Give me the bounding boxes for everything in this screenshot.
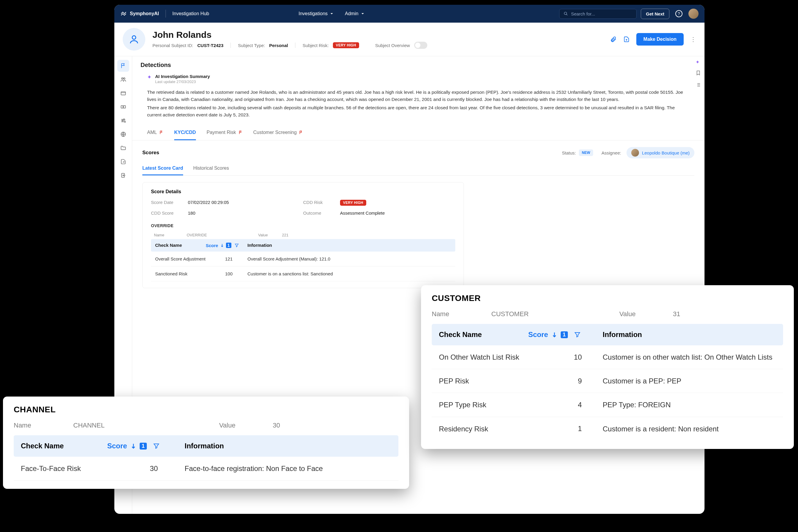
tab-screening[interactable]: Customer Screening — [253, 126, 303, 140]
cell-info: Customer is on other watch list: On Othe… — [603, 353, 776, 362]
search-input[interactable] — [571, 11, 632, 16]
help-icon[interactable]: ? — [675, 10, 682, 17]
sort-down-icon — [220, 243, 224, 247]
sort-badge: 1 — [561, 331, 568, 338]
table-row: PEP Type Risk4PEP Type: FOREIGN — [432, 393, 783, 417]
chevron-down-icon — [330, 12, 334, 16]
tab-kyc[interactable]: KYC/CDD — [174, 126, 196, 140]
sidebar-money[interactable] — [117, 101, 129, 113]
svg-point-2 — [121, 78, 123, 79]
overview-toggle[interactable] — [414, 42, 427, 49]
assignee-avatar — [631, 149, 639, 157]
cdd-score-label: CDD Score — [151, 210, 181, 215]
make-decision-button[interactable]: Make Decision — [636, 33, 684, 45]
channel-table-header: Check Name Score1 Information — [14, 435, 398, 457]
svg-point-7 — [123, 119, 124, 120]
cell-info: Face-to-face registration: Non Face to F… — [185, 464, 391, 473]
flag-icon — [120, 63, 126, 69]
sidebar-globe[interactable] — [117, 128, 129, 140]
tab-aml[interactable]: AML — [147, 126, 164, 140]
id-value: CUST-T2423 — [197, 43, 224, 48]
mini-name-value: CHANNEL — [73, 421, 219, 429]
section-title: Detections — [140, 62, 171, 69]
brand-logo[interactable]: SymphonyAI — [120, 11, 159, 17]
col-score[interactable]: Score1 — [206, 243, 247, 248]
customer-mini-header: Name CUSTOMER Value 31 — [432, 310, 783, 318]
mini-value-label: Value — [619, 310, 673, 318]
sparkle-icon[interactable]: ✦ — [696, 59, 701, 65]
more-menu-icon[interactable]: ⋮ — [690, 36, 696, 43]
sidebar-detections[interactable] — [117, 60, 129, 72]
subject-header: John Rolands Personal Subject ID: CUST-T… — [114, 23, 704, 56]
subject-name: John Rolands — [152, 30, 427, 40]
cell-check: Overall Score Adjustment — [155, 256, 206, 261]
assignee-chip[interactable]: Leopoldo Boutique (me) — [626, 147, 695, 158]
subject-avatar — [123, 28, 145, 51]
cell-info: PEP Type: FOREIGN — [603, 400, 776, 409]
ai-updated: Last update 27/03/2023 — [155, 79, 210, 84]
brand-text: SymphonyAI — [130, 11, 159, 16]
filter-icon[interactable] — [574, 331, 581, 338]
sidebar-settings[interactable] — [117, 115, 129, 127]
col-score[interactable]: Score1 — [107, 442, 185, 450]
sort-badge: 1 — [226, 243, 231, 248]
filter-icon[interactable] — [153, 442, 160, 450]
document-add-icon[interactable] — [623, 36, 630, 42]
svg-point-12 — [123, 175, 124, 176]
cdd-risk-label: CDD Risk — [303, 200, 333, 206]
sidebar-card[interactable] — [117, 87, 129, 99]
col-score[interactable]: Score1 — [528, 330, 603, 339]
customer-title: CUSTOMER — [432, 293, 783, 303]
mini-name-label: Name — [432, 310, 491, 318]
mini-value-label: Value — [258, 233, 282, 237]
nav-admin[interactable]: Admin — [345, 11, 364, 16]
col-check[interactable]: Check Name — [155, 243, 206, 248]
flag-icon — [299, 130, 303, 135]
bookmark-icon[interactable] — [696, 70, 701, 77]
table-row: On Other Watch List Risk10Customer is on… — [432, 345, 783, 369]
search-box[interactable] — [559, 9, 636, 19]
topbar: SymphonyAI Investigation Hub Investigati… — [114, 5, 704, 23]
col-info[interactable]: Information — [247, 243, 451, 248]
sparkle-icon: ✦ — [147, 74, 152, 80]
list-icon[interactable] — [696, 82, 701, 89]
channel-card: CHANNEL Name CHANNEL Value 30 Check Name… — [3, 397, 409, 489]
nav-investigations-label: Investigations — [298, 11, 327, 16]
sidebar-folder[interactable] — [117, 142, 129, 154]
col-info[interactable]: Information — [185, 442, 391, 450]
cell-score: 10 — [528, 353, 603, 361]
col-info[interactable]: Information — [603, 330, 776, 339]
mini-name-label: Name — [154, 233, 187, 237]
cell-score: 9 — [528, 377, 603, 385]
cell-score: 30 — [107, 464, 185, 473]
mini-name-label: Name — [14, 421, 73, 429]
subtab-latest[interactable]: Latest Score Card — [142, 162, 183, 175]
subject-meta: Personal Subject ID: CUST-T2423 Subject … — [152, 42, 427, 49]
scores-area: Scores Status: NEW Assignee: Leopoldo Bo… — [132, 140, 704, 295]
col-score-label: Score — [107, 442, 127, 450]
nav-investigations[interactable]: Investigations — [298, 11, 334, 16]
col-check[interactable]: Check Name — [439, 330, 528, 339]
cell-check: PEP Type Risk — [439, 400, 528, 409]
person-icon — [129, 34, 139, 45]
svg-rect-5 — [121, 106, 125, 108]
col-check[interactable]: Check Name — [21, 442, 107, 450]
export-icon — [120, 159, 126, 165]
attachment-icon[interactable] — [610, 36, 617, 42]
override-mini-header: Name OVERRIDE Value 221 — [151, 231, 455, 239]
sidebar-people[interactable] — [117, 74, 129, 86]
tab-screening-label: Customer Screening — [253, 130, 297, 135]
customer-card: CUSTOMER Name CUSTOMER Value 31 Check Na… — [421, 285, 794, 449]
assignee-name: Leopoldo Boutique (me) — [642, 150, 690, 155]
filter-icon[interactable] — [234, 243, 239, 248]
tab-payment[interactable]: Payment Risk — [207, 126, 243, 140]
section-title-bar: Detections — [132, 56, 704, 74]
get-next-button[interactable]: Get Next — [641, 8, 669, 19]
mini-name-value: CUSTOMER — [491, 310, 619, 318]
user-avatar[interactable] — [688, 8, 699, 19]
sidebar-export[interactable] — [117, 156, 129, 168]
sidebar-secure[interactable] — [117, 169, 129, 181]
mini-value: 31 — [673, 310, 680, 318]
subtab-historical[interactable]: Historical Scores — [193, 162, 229, 175]
detection-tabs: AML KYC/CDD Payment Risk Customer Screen… — [132, 126, 704, 140]
